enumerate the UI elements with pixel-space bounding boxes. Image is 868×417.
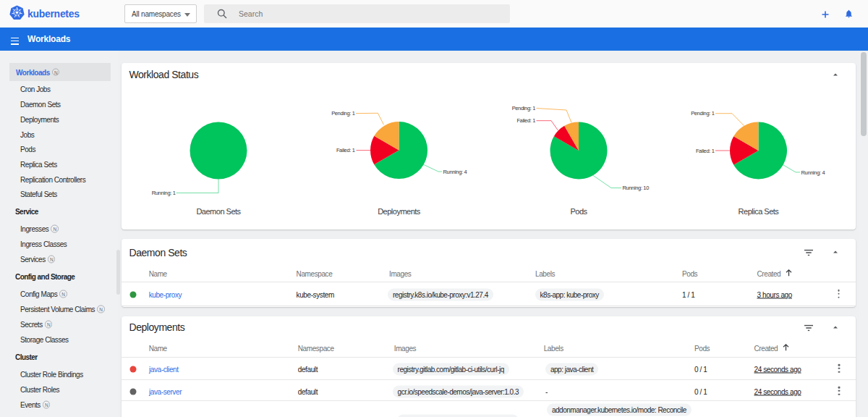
svg-text:Pods: Pods [570,207,587,216]
svg-text:Failed: 1: Failed: 1 [516,117,535,124]
svg-text:Running: 4: Running: 4 [801,169,825,176]
svg-text:Failed: 1: Failed: 1 [696,148,715,154]
svg-text:Pending: 1: Pending: 1 [691,110,715,117]
svg-text:Running: 1: Running: 1 [152,190,176,196]
svg-text:Running: 10: Running: 10 [622,185,649,191]
svg-text:Pending: 1: Pending: 1 [331,110,355,117]
svg-text:Deployments: Deployments [378,207,421,216]
svg-text:Daemon Sets: Daemon Sets [196,207,241,216]
svg-text:Failed: 1: Failed: 1 [336,147,355,153]
svg-text:Pending: 1: Pending: 1 [512,105,536,111]
svg-text:Running: 4: Running: 4 [443,169,467,175]
svg-text:Replica Sets: Replica Sets [739,207,780,216]
